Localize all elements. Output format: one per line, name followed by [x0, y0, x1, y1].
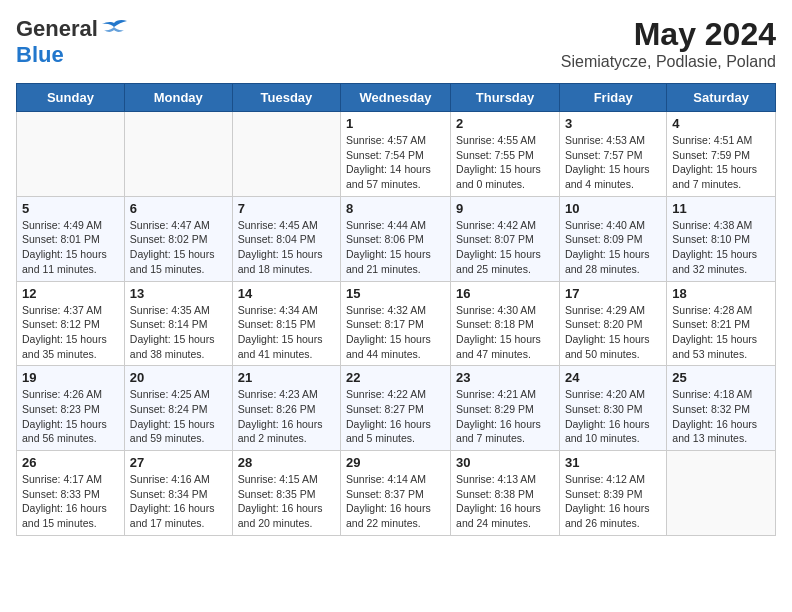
day-info: Sunrise: 4:25 AMSunset: 8:24 PMDaylight:… [130, 387, 227, 446]
calendar-cell: 23Sunrise: 4:21 AMSunset: 8:29 PMDayligh… [451, 366, 560, 451]
calendar-cell: 15Sunrise: 4:32 AMSunset: 8:17 PMDayligh… [341, 281, 451, 366]
calendar-cell: 5Sunrise: 4:49 AMSunset: 8:01 PMDaylight… [17, 196, 125, 281]
day-number: 23 [456, 370, 554, 385]
day-info: Sunrise: 4:29 AMSunset: 8:20 PMDaylight:… [565, 303, 661, 362]
calendar-table: SundayMondayTuesdayWednesdayThursdayFrid… [16, 83, 776, 536]
calendar-cell: 3Sunrise: 4:53 AMSunset: 7:57 PMDaylight… [559, 112, 666, 197]
day-number: 26 [22, 455, 119, 470]
calendar-cell: 6Sunrise: 4:47 AMSunset: 8:02 PMDaylight… [124, 196, 232, 281]
calendar-cell: 28Sunrise: 4:15 AMSunset: 8:35 PMDayligh… [232, 451, 340, 536]
calendar-body: 1Sunrise: 4:57 AMSunset: 7:54 PMDaylight… [17, 112, 776, 536]
day-number: 18 [672, 286, 770, 301]
day-number: 19 [22, 370, 119, 385]
day-number: 14 [238, 286, 335, 301]
day-number: 8 [346, 201, 445, 216]
calendar-cell: 1Sunrise: 4:57 AMSunset: 7:54 PMDaylight… [341, 112, 451, 197]
page-header: General Blue May 2024 Siemiatycze, Podla… [16, 16, 776, 71]
calendar-cell: 22Sunrise: 4:22 AMSunset: 8:27 PMDayligh… [341, 366, 451, 451]
calendar-cell: 26Sunrise: 4:17 AMSunset: 8:33 PMDayligh… [17, 451, 125, 536]
calendar-cell: 7Sunrise: 4:45 AMSunset: 8:04 PMDaylight… [232, 196, 340, 281]
logo: General Blue [16, 16, 128, 68]
day-info: Sunrise: 4:13 AMSunset: 8:38 PMDaylight:… [456, 472, 554, 531]
weekday-header-monday: Monday [124, 84, 232, 112]
day-number: 31 [565, 455, 661, 470]
day-info: Sunrise: 4:44 AMSunset: 8:06 PMDaylight:… [346, 218, 445, 277]
day-info: Sunrise: 4:47 AMSunset: 8:02 PMDaylight:… [130, 218, 227, 277]
day-number: 27 [130, 455, 227, 470]
day-info: Sunrise: 4:55 AMSunset: 7:55 PMDaylight:… [456, 133, 554, 192]
calendar-cell: 18Sunrise: 4:28 AMSunset: 8:21 PMDayligh… [667, 281, 776, 366]
day-number: 2 [456, 116, 554, 131]
calendar-cell: 30Sunrise: 4:13 AMSunset: 8:38 PMDayligh… [451, 451, 560, 536]
day-info: Sunrise: 4:22 AMSunset: 8:27 PMDaylight:… [346, 387, 445, 446]
day-number: 24 [565, 370, 661, 385]
calendar-cell: 2Sunrise: 4:55 AMSunset: 7:55 PMDaylight… [451, 112, 560, 197]
day-info: Sunrise: 4:35 AMSunset: 8:14 PMDaylight:… [130, 303, 227, 362]
calendar-cell: 24Sunrise: 4:20 AMSunset: 8:30 PMDayligh… [559, 366, 666, 451]
day-number: 25 [672, 370, 770, 385]
day-number: 22 [346, 370, 445, 385]
day-number: 15 [346, 286, 445, 301]
weekday-header-saturday: Saturday [667, 84, 776, 112]
day-number: 4 [672, 116, 770, 131]
day-number: 7 [238, 201, 335, 216]
weekday-header-wednesday: Wednesday [341, 84, 451, 112]
calendar-cell: 29Sunrise: 4:14 AMSunset: 8:37 PMDayligh… [341, 451, 451, 536]
weekday-header-row: SundayMondayTuesdayWednesdayThursdayFrid… [17, 84, 776, 112]
calendar-cell: 25Sunrise: 4:18 AMSunset: 8:32 PMDayligh… [667, 366, 776, 451]
title-block: May 2024 Siemiatycze, Podlasie, Poland [561, 16, 776, 71]
day-info: Sunrise: 4:21 AMSunset: 8:29 PMDaylight:… [456, 387, 554, 446]
calendar-cell: 27Sunrise: 4:16 AMSunset: 8:34 PMDayligh… [124, 451, 232, 536]
logo-blue: Blue [16, 42, 64, 67]
calendar-cell: 21Sunrise: 4:23 AMSunset: 8:26 PMDayligh… [232, 366, 340, 451]
day-number: 6 [130, 201, 227, 216]
day-info: Sunrise: 4:49 AMSunset: 8:01 PMDaylight:… [22, 218, 119, 277]
calendar-cell: 4Sunrise: 4:51 AMSunset: 7:59 PMDaylight… [667, 112, 776, 197]
day-info: Sunrise: 4:20 AMSunset: 8:30 PMDaylight:… [565, 387, 661, 446]
day-number: 28 [238, 455, 335, 470]
calendar-cell: 17Sunrise: 4:29 AMSunset: 8:20 PMDayligh… [559, 281, 666, 366]
month-year-title: May 2024 [561, 16, 776, 53]
day-number: 1 [346, 116, 445, 131]
calendar-cell [124, 112, 232, 197]
day-number: 17 [565, 286, 661, 301]
day-info: Sunrise: 4:53 AMSunset: 7:57 PMDaylight:… [565, 133, 661, 192]
calendar-cell: 14Sunrise: 4:34 AMSunset: 8:15 PMDayligh… [232, 281, 340, 366]
day-number: 5 [22, 201, 119, 216]
calendar-cell: 13Sunrise: 4:35 AMSunset: 8:14 PMDayligh… [124, 281, 232, 366]
day-info: Sunrise: 4:30 AMSunset: 8:18 PMDaylight:… [456, 303, 554, 362]
calendar-cell: 19Sunrise: 4:26 AMSunset: 8:23 PMDayligh… [17, 366, 125, 451]
calendar-cell: 16Sunrise: 4:30 AMSunset: 8:18 PMDayligh… [451, 281, 560, 366]
weekday-header-tuesday: Tuesday [232, 84, 340, 112]
day-info: Sunrise: 4:42 AMSunset: 8:07 PMDaylight:… [456, 218, 554, 277]
calendar-week-row: 5Sunrise: 4:49 AMSunset: 8:01 PMDaylight… [17, 196, 776, 281]
day-info: Sunrise: 4:14 AMSunset: 8:37 PMDaylight:… [346, 472, 445, 531]
day-number: 9 [456, 201, 554, 216]
day-number: 12 [22, 286, 119, 301]
day-info: Sunrise: 4:15 AMSunset: 8:35 PMDaylight:… [238, 472, 335, 531]
calendar-week-row: 19Sunrise: 4:26 AMSunset: 8:23 PMDayligh… [17, 366, 776, 451]
logo-general: General [16, 16, 98, 42]
day-info: Sunrise: 4:40 AMSunset: 8:09 PMDaylight:… [565, 218, 661, 277]
calendar-cell [17, 112, 125, 197]
weekday-header-thursday: Thursday [451, 84, 560, 112]
calendar-cell: 20Sunrise: 4:25 AMSunset: 8:24 PMDayligh… [124, 366, 232, 451]
day-number: 30 [456, 455, 554, 470]
location-subtitle: Siemiatycze, Podlasie, Poland [561, 53, 776, 71]
day-number: 11 [672, 201, 770, 216]
day-number: 13 [130, 286, 227, 301]
day-info: Sunrise: 4:38 AMSunset: 8:10 PMDaylight:… [672, 218, 770, 277]
calendar-cell [232, 112, 340, 197]
calendar-cell: 10Sunrise: 4:40 AMSunset: 8:09 PMDayligh… [559, 196, 666, 281]
day-number: 21 [238, 370, 335, 385]
day-number: 20 [130, 370, 227, 385]
weekday-header-friday: Friday [559, 84, 666, 112]
calendar-week-row: 1Sunrise: 4:57 AMSunset: 7:54 PMDaylight… [17, 112, 776, 197]
day-info: Sunrise: 4:45 AMSunset: 8:04 PMDaylight:… [238, 218, 335, 277]
day-number: 29 [346, 455, 445, 470]
day-info: Sunrise: 4:12 AMSunset: 8:39 PMDaylight:… [565, 472, 661, 531]
calendar-cell [667, 451, 776, 536]
calendar-cell: 8Sunrise: 4:44 AMSunset: 8:06 PMDaylight… [341, 196, 451, 281]
day-info: Sunrise: 4:37 AMSunset: 8:12 PMDaylight:… [22, 303, 119, 362]
day-info: Sunrise: 4:26 AMSunset: 8:23 PMDaylight:… [22, 387, 119, 446]
